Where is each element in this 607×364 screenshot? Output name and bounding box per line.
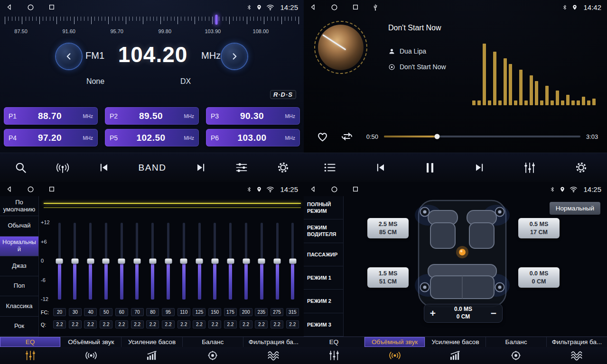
surround-mode-item[interactable]: РЕЖИМ 2 bbox=[304, 290, 343, 313]
eq-band-slider[interactable] bbox=[69, 223, 81, 300]
favorite-button[interactable] bbox=[316, 131, 329, 142]
back-icon[interactable] bbox=[6, 3, 13, 11]
sound-profile-button[interactable]: Нормальный bbox=[550, 202, 600, 215]
eq-slider-handle[interactable] bbox=[133, 259, 140, 264]
eq-slider-handle[interactable] bbox=[149, 259, 156, 264]
eq-band-slider[interactable] bbox=[224, 223, 237, 300]
home-icon[interactable] bbox=[27, 4, 34, 11]
eq-slider-handle[interactable] bbox=[258, 259, 265, 264]
preset-button-p2[interactable]: P289.50MHz bbox=[105, 107, 199, 125]
eq-slider-handle[interactable] bbox=[118, 259, 125, 264]
settings-button[interactable] bbox=[277, 161, 289, 174]
surround-mode-item[interactable]: РЕЖИМ 1 bbox=[304, 266, 343, 290]
recents-icon[interactable] bbox=[48, 186, 55, 192]
eq-slider-handle[interactable] bbox=[87, 259, 94, 264]
tab-surround-sound[interactable]: Объёмный звук bbox=[61, 337, 121, 347]
equalizer-button[interactable] bbox=[523, 162, 536, 173]
delay-rear-right-button[interactable]: 0.0 MS 0 CM bbox=[518, 267, 560, 288]
tune-up-button[interactable] bbox=[222, 44, 247, 69]
tab-eq[interactable]: EQ bbox=[304, 337, 364, 347]
tab-balance[interactable]: Баланс bbox=[486, 337, 547, 347]
eq-slider-handle[interactable] bbox=[103, 259, 110, 264]
home-icon[interactable] bbox=[331, 186, 338, 193]
eq-band-slider[interactable] bbox=[271, 223, 283, 300]
eq-preset-item[interactable]: По умолчанию bbox=[0, 196, 38, 216]
eq-band-slider[interactable] bbox=[240, 223, 252, 300]
preset-button-p1[interactable]: P188.70MHz bbox=[4, 107, 98, 125]
preset-button-p5[interactable]: P5102.50MHz bbox=[105, 129, 199, 146]
eq-band-slider[interactable] bbox=[209, 223, 221, 300]
surround-mode-item[interactable]: ПОЛНЫЙ РЕЖИМ bbox=[304, 196, 343, 219]
eq-slider-handle[interactable] bbox=[289, 259, 296, 264]
eq-band-slider[interactable] bbox=[115, 223, 128, 300]
bass-boost-icon[interactable] bbox=[425, 347, 486, 364]
preset-button-p4[interactable]: P497.20MHz bbox=[4, 129, 98, 146]
eq-icon[interactable] bbox=[304, 347, 364, 364]
eq-band-slider[interactable] bbox=[147, 223, 159, 300]
tab-eq[interactable]: EQ bbox=[0, 337, 61, 347]
playlist-button[interactable] bbox=[323, 162, 336, 173]
preset-button-p3[interactable]: P390.30MHz bbox=[206, 107, 300, 125]
recents-icon[interactable] bbox=[48, 4, 55, 10]
next-track-button[interactable] bbox=[474, 163, 485, 173]
eq-slider-handle[interactable] bbox=[274, 259, 281, 264]
eq-preset-item[interactable]: Нормальный bbox=[0, 237, 38, 256]
scan-button[interactable] bbox=[14, 161, 27, 174]
eq-band-slider[interactable] bbox=[100, 223, 112, 300]
back-icon[interactable] bbox=[6, 185, 13, 193]
frequency-ruler[interactable]: 87.5091.6095.7099.80103.90108.00 bbox=[5, 14, 299, 39]
tune-down-button[interactable] bbox=[56, 44, 82, 69]
delay-front-left-button[interactable]: 2.5 MS 85 CM bbox=[367, 218, 409, 238]
progress-bar[interactable] bbox=[384, 136, 580, 137]
tab-bass-boost[interactable]: Усиление басов bbox=[425, 337, 486, 347]
tab-balance[interactable]: Баланс bbox=[183, 337, 243, 347]
delay-rear-left-button[interactable]: 1.5 MS 51 CM bbox=[367, 267, 409, 288]
eq-slider-handle[interactable] bbox=[71, 259, 78, 264]
eq-preset-item[interactable]: Обычай bbox=[0, 216, 38, 236]
eq-slider-handle[interactable] bbox=[243, 259, 250, 264]
eq-band-slider[interactable] bbox=[255, 223, 268, 300]
broadcast-button[interactable] bbox=[56, 162, 70, 174]
eq-band-slider[interactable] bbox=[84, 223, 97, 300]
surround-mode-item[interactable]: ПАССАЖИР bbox=[304, 243, 343, 266]
surround-sound-icon[interactable] bbox=[364, 347, 425, 364]
eq-band-slider[interactable] bbox=[53, 223, 65, 300]
eq-slider-handle[interactable] bbox=[211, 259, 218, 264]
filter-icon[interactable] bbox=[546, 347, 607, 364]
eq-slider-handle[interactable] bbox=[56, 259, 63, 264]
eq-icon[interactable] bbox=[0, 347, 61, 364]
bass-boost-icon[interactable] bbox=[121, 347, 182, 364]
home-icon[interactable] bbox=[27, 186, 34, 193]
increase-delay-button[interactable]: + bbox=[424, 308, 441, 319]
surround-sound-icon[interactable] bbox=[61, 347, 121, 364]
tab-surround-sound[interactable]: Объёмный звук bbox=[364, 337, 425, 347]
recents-icon[interactable] bbox=[352, 186, 359, 192]
filter-icon[interactable] bbox=[243, 347, 304, 364]
eq-band-slider[interactable] bbox=[131, 223, 143, 300]
repeat-button[interactable] bbox=[340, 131, 354, 142]
eq-preset-item[interactable]: Рок bbox=[0, 317, 38, 337]
eq-slider-handle[interactable] bbox=[180, 259, 187, 264]
delay-front-right-button[interactable]: 0.5 MS 17 CM bbox=[518, 218, 560, 238]
audio-effects-button[interactable] bbox=[235, 162, 248, 173]
previous-track-button[interactable] bbox=[375, 163, 386, 173]
tab-filter[interactable]: Фильтрация ба... bbox=[243, 337, 304, 347]
eq-band-slider[interactable] bbox=[287, 223, 299, 300]
eq-slider-handle[interactable] bbox=[196, 259, 203, 264]
surround-mode-item[interactable]: РЕЖИМ ВОДИТЕЛЯ bbox=[304, 219, 343, 243]
eq-slider-handle[interactable] bbox=[165, 259, 172, 264]
eq-band-slider[interactable] bbox=[177, 223, 190, 300]
eq-preset-item[interactable]: Классика bbox=[0, 296, 38, 316]
eq-preset-item[interactable]: Поп bbox=[0, 276, 38, 296]
decrease-delay-button[interactable]: − bbox=[485, 308, 502, 319]
next-station-button[interactable] bbox=[195, 163, 206, 173]
pause-button[interactable] bbox=[425, 162, 435, 173]
eq-slider-handle[interactable] bbox=[227, 259, 234, 264]
recents-icon[interactable] bbox=[352, 4, 359, 10]
preset-button-p6[interactable]: P6103.00MHz bbox=[206, 129, 300, 146]
tab-filter[interactable]: Фильтрация ба... bbox=[547, 337, 607, 347]
settings-button[interactable] bbox=[575, 161, 588, 174]
tab-bass-boost[interactable]: Усиление басов bbox=[121, 337, 182, 347]
previous-station-button[interactable] bbox=[98, 163, 110, 173]
surround-mode-item[interactable]: РЕЖИМ 3 bbox=[304, 313, 343, 337]
